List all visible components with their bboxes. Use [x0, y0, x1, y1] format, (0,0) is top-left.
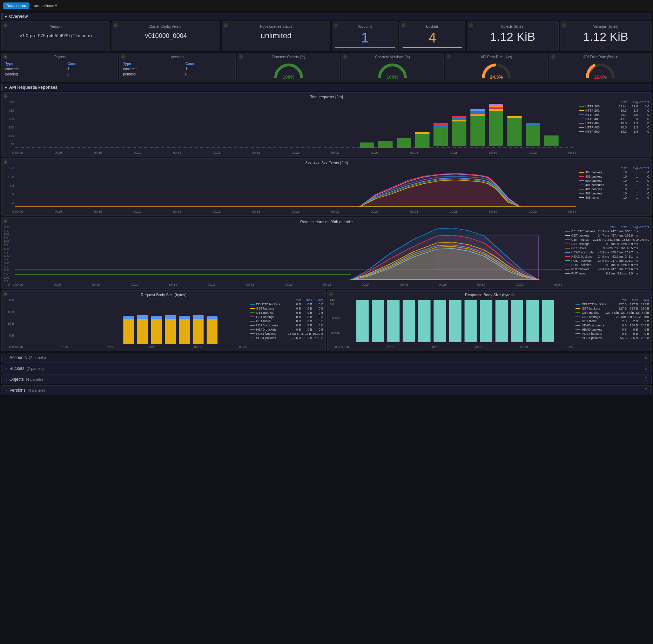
expand-header-buckets[interactable]: › Buckets (2 panels) ⠿	[2, 364, 651, 373]
svg-rect-10	[452, 120, 466, 121]
svg-rect-3	[397, 138, 411, 148]
legend-current: 0	[639, 130, 649, 133]
svg-rect-21	[489, 106, 503, 107]
legend-color	[575, 338, 580, 338]
response-body-chart-area: 00:1000:1500:2000:2500:3000:35	[341, 298, 573, 349]
legend-color	[565, 231, 570, 232]
svg-rect-59	[356, 300, 369, 342]
response-body-panel: i Response Body Size (bytes) 146 KiB98 K…	[327, 290, 652, 351]
legend-color	[579, 119, 584, 119]
drag-icon: ⠿	[645, 366, 648, 371]
info-icon-11: i	[343, 54, 348, 59]
x-axis-label: 00:30	[489, 210, 497, 213]
x-axis-label: 00:32	[516, 283, 524, 286]
legend-label: 405 tasks	[585, 196, 599, 199]
info-icon: i	[3, 23, 8, 28]
datasource-selector[interactable]: prometheus ▾	[34, 3, 57, 8]
y-axis-label: 10.0	[8, 175, 14, 179]
legend-item: HTTP 202 10.3 1.3 0	[579, 109, 649, 112]
versions-table: Type Count concrete1pending0	[122, 61, 233, 77]
legend-min: 127 B	[617, 303, 627, 306]
svg-rect-13	[470, 116, 485, 146]
legend-max: 0 B	[302, 328, 312, 331]
legend-label: HEAD buckets	[571, 255, 592, 258]
svg-rect-53	[179, 319, 190, 344]
x-axis-label: 00:22	[331, 210, 339, 213]
x-axis-label: 00:22	[323, 283, 331, 286]
overview-chevron-icon: ∨	[5, 15, 7, 19]
legend-min: 15.92 B	[288, 332, 299, 336]
x-axis-label: 00:10	[94, 210, 102, 213]
expand-arrow-icon: ›	[5, 377, 7, 382]
request-duration-legend: min max avg current DELETE buckets 24.9 …	[565, 225, 649, 286]
expand-header-objects[interactable]: › Objects (4 panels) ⠿	[2, 375, 651, 384]
api-error-4xx-gauge: i API Error Rate (4xx) 24.3%	[445, 53, 547, 82]
legend-min: 48.9 ms	[598, 251, 609, 254]
legend-item: 405 tasks 10 1 0	[579, 196, 649, 199]
expand-header-accounts[interactable]: › Accounts (2 panels) ⠿	[2, 353, 651, 362]
request-body-chart-area: 00:1000:1500:2000:2500:3000:35	[15, 298, 247, 349]
legend-avg: 19.8	[628, 105, 638, 108]
legend-max: 255 B	[628, 336, 638, 340]
svg-rect-4	[415, 134, 430, 148]
total-requests-title: Total requests [2m]	[4, 95, 649, 99]
y-axis-label: 15 B	[7, 310, 14, 314]
legend-color	[565, 244, 570, 244]
legend-item: GET tasks 0 B 0 B 0 B	[250, 319, 323, 323]
legend-avg: 1.3	[628, 121, 638, 125]
accounts-title: Accounts	[335, 25, 395, 28]
legend-color	[565, 235, 570, 236]
datasource-tab[interactable]: Datasource	[3, 2, 29, 9]
y-axis-label: 0 B	[9, 345, 14, 349]
x-axis-label: 00:34	[568, 151, 576, 154]
legend-label: GET settings	[256, 315, 274, 319]
legend-label: HTTP 405	[585, 126, 600, 129]
legend-item: POST buckets 15.92 B 15.92 B 15.92 B	[250, 332, 323, 336]
legend-min: 221.5 ms	[593, 238, 606, 241]
legend-avg: 46.5 ms	[627, 246, 638, 250]
bottom-charts-section: i Request Body Size (bytes) 20 B15 B10 B…	[1, 290, 652, 351]
errors-legend: max avg current 404 buckets 10 1 0 401 b…	[579, 166, 649, 213]
legend-avg: 246 B	[639, 324, 649, 327]
svg-rect-68	[496, 300, 508, 342]
legend-color	[565, 252, 570, 253]
expand-header-versions[interactable]: › Versions (4 panels) ⠿	[2, 386, 651, 395]
x-axis-label: 00:14	[169, 283, 177, 286]
legend-max: 15.92 B	[300, 332, 311, 336]
svg-rect-11	[452, 118, 466, 120]
legend-max: 10	[617, 171, 627, 174]
legend-current: 0	[639, 192, 649, 195]
legend-max: 10.3	[617, 121, 627, 125]
svg-rect-50	[151, 316, 162, 319]
info-icon-16: i	[3, 219, 8, 224]
legend-item: GET metrics 0 B 0 B 0 B	[250, 311, 323, 314]
expand-arrow-icon: ›	[5, 388, 7, 393]
legend-max: 9.9 ms	[617, 242, 627, 246]
legend-label: HTTP 500	[585, 130, 600, 133]
section-label: Accounts	[9, 355, 27, 360]
legend-min: 255 B	[617, 336, 627, 340]
api-section-header[interactable]: ∨ API Requests/Reponses	[1, 84, 652, 91]
y-axis-label: 20 B	[7, 298, 14, 302]
svg-rect-17	[470, 109, 485, 111]
buckets-title: Buckets	[403, 25, 462, 28]
legend-color	[579, 110, 584, 111]
svg-rect-47	[137, 319, 148, 344]
svg-rect-8	[433, 123, 448, 125]
top-bar: Datasource prometheus ▾	[0, 0, 653, 11]
legend-avg: 1	[628, 192, 638, 195]
concrete-objects-gauge: i Concrete Objects (%) 100%	[237, 53, 339, 82]
legend-color	[579, 180, 584, 181]
legend-color	[579, 172, 584, 173]
legend-item: HTTP 204 29.7 4.0 0	[579, 113, 649, 117]
api-error-5xx-value: 12.9%	[585, 74, 616, 80]
legend-label: GET settings	[582, 315, 600, 319]
legend-current: 0	[639, 175, 649, 178]
x-axis-label: 00:18	[252, 151, 260, 154]
datasource-name: prometheus	[34, 4, 54, 8]
legend-max: 127.4 KiB	[620, 311, 634, 314]
x-axis-label: 00:12	[130, 283, 139, 286]
x-axis-label: 00:15	[60, 345, 68, 349]
svg-rect-63	[418, 300, 430, 342]
overview-section-header[interactable]: ∨ Overview	[1, 13, 652, 20]
